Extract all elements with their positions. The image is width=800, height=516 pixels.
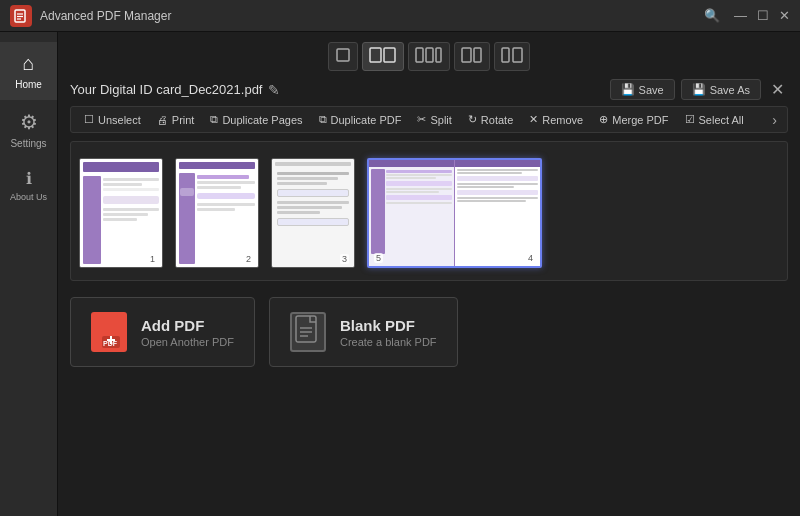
svg-rect-4 bbox=[337, 49, 349, 61]
view-btn-3[interactable] bbox=[408, 42, 450, 71]
view-btn-5[interactable] bbox=[494, 42, 530, 71]
svg-rect-7 bbox=[416, 48, 423, 62]
remove-button[interactable]: ✕ Remove bbox=[522, 110, 590, 129]
page-2-num: 2 bbox=[244, 254, 253, 264]
pages-area: 1 bbox=[70, 141, 788, 281]
sidebar-item-settings[interactable]: ⚙ Settings bbox=[0, 100, 57, 159]
page-1-num: 1 bbox=[148, 254, 157, 264]
unselect-button[interactable]: ☐ Unselect bbox=[77, 110, 148, 129]
unselect-icon: ☐ bbox=[84, 113, 94, 126]
sidebar: ⌂ Home ⚙ Settings ℹ About Us bbox=[0, 32, 58, 516]
settings-icon: ⚙ bbox=[20, 110, 38, 134]
page-4-num: 4 bbox=[526, 253, 535, 263]
remove-label: Remove bbox=[542, 114, 583, 126]
view-btn-2[interactable] bbox=[362, 42, 404, 71]
page-spread-preview: 5 4 bbox=[367, 158, 542, 268]
file-edit-icon[interactable]: ✎ bbox=[268, 82, 280, 98]
file-header: Your Digital ID card_Dec2021.pdf ✎ 💾 Sav… bbox=[70, 79, 788, 100]
minimize-icon[interactable]: — bbox=[734, 8, 747, 23]
add-pdf-icon: PDF bbox=[91, 312, 127, 352]
sidebar-item-about[interactable]: ℹ About Us bbox=[0, 159, 57, 213]
toolbar-more-button[interactable]: › bbox=[768, 112, 781, 128]
save-icon: 💾 bbox=[621, 83, 635, 96]
svg-rect-6 bbox=[384, 48, 395, 62]
duplicate-pages-label: Duplicate Pages bbox=[222, 114, 302, 126]
duplicate-pdf-icon: ⧉ bbox=[319, 113, 327, 126]
merge-icon: ⊕ bbox=[599, 113, 608, 126]
toolbar: ☐ Unselect 🖨 Print ⧉ Duplicate Pages ⧉ D… bbox=[70, 106, 788, 133]
save-button[interactable]: 💾 Save bbox=[610, 79, 675, 100]
blank-pdf-title: Blank PDF bbox=[340, 317, 437, 334]
select-all-icon: ☑ bbox=[685, 113, 695, 126]
app-icon bbox=[10, 5, 32, 27]
add-pdf-subtitle: Open Another PDF bbox=[141, 336, 234, 348]
file-name-text: Your Digital ID card_Dec2021.pdf bbox=[70, 82, 262, 97]
svg-rect-10 bbox=[462, 48, 471, 62]
blank-pdf-subtitle: Create a blank PDF bbox=[340, 336, 437, 348]
about-icon: ℹ bbox=[26, 169, 32, 188]
split-icon: ✂ bbox=[417, 113, 426, 126]
bottom-actions: PDF Add PDF Open Another PDF bbox=[70, 281, 788, 377]
blank-pdf-icon bbox=[290, 312, 326, 352]
page-5-num: 5 bbox=[374, 253, 383, 263]
svg-rect-11 bbox=[474, 48, 481, 62]
add-pdf-title: Add PDF bbox=[141, 317, 234, 334]
save-as-button[interactable]: 💾 Save As bbox=[681, 79, 761, 100]
page-1-preview: 1 bbox=[79, 158, 163, 268]
search-icon[interactable]: 🔍 bbox=[704, 8, 720, 23]
svg-rect-9 bbox=[436, 48, 441, 62]
page-2-preview: 2 bbox=[175, 158, 259, 268]
remove-icon: ✕ bbox=[529, 113, 538, 126]
select-all-button[interactable]: ☑ Select All bbox=[678, 110, 751, 129]
page-3-preview: 3 bbox=[271, 158, 355, 268]
sidebar-item-about-label: About Us bbox=[10, 192, 47, 203]
file-actions: 💾 Save 💾 Save As ✕ bbox=[610, 79, 788, 100]
file-close-button[interactable]: ✕ bbox=[767, 80, 788, 99]
sidebar-item-home[interactable]: ⌂ Home bbox=[0, 42, 57, 100]
blank-pdf-card[interactable]: Blank PDF Create a blank PDF bbox=[269, 297, 458, 367]
view-switcher bbox=[70, 42, 788, 71]
split-label: Split bbox=[430, 114, 451, 126]
titlebar: Advanced PDF Manager 🔍 — ☐ ✕ bbox=[0, 0, 800, 32]
view-btn-4[interactable] bbox=[454, 42, 490, 71]
duplicate-pages-button[interactable]: ⧉ Duplicate Pages bbox=[203, 110, 309, 129]
sidebar-item-settings-label: Settings bbox=[10, 138, 46, 149]
print-button[interactable]: 🖨 Print bbox=[150, 111, 202, 129]
view-btn-1[interactable] bbox=[328, 42, 358, 71]
home-icon: ⌂ bbox=[22, 52, 34, 75]
main-content: Your Digital ID card_Dec2021.pdf ✎ 💾 Sav… bbox=[58, 32, 800, 516]
app-layout: ⌂ Home ⚙ Settings ℹ About Us bbox=[0, 32, 800, 516]
rotate-button[interactable]: ↻ Rotate bbox=[461, 110, 520, 129]
blank-pdf-text: Blank PDF Create a blank PDF bbox=[340, 317, 437, 348]
add-pdf-card[interactable]: PDF Add PDF Open Another PDF bbox=[70, 297, 255, 367]
print-icon: 🖨 bbox=[157, 114, 168, 126]
svg-rect-8 bbox=[426, 48, 433, 62]
merge-label: Merge PDF bbox=[612, 114, 668, 126]
duplicate-pages-icon: ⧉ bbox=[210, 113, 218, 126]
page-thumb-3[interactable]: 3 bbox=[271, 158, 355, 268]
save-label: Save bbox=[639, 84, 664, 96]
rotate-icon: ↻ bbox=[468, 113, 477, 126]
rotate-label: Rotate bbox=[481, 114, 513, 126]
window-controls: 🔍 — ☐ ✕ bbox=[704, 8, 790, 23]
svg-rect-5 bbox=[370, 48, 381, 62]
add-pdf-text: Add PDF Open Another PDF bbox=[141, 317, 234, 348]
close-icon[interactable]: ✕ bbox=[779, 8, 790, 23]
svg-rect-19 bbox=[296, 316, 316, 342]
save-as-label: Save As bbox=[710, 84, 750, 96]
maximize-icon[interactable]: ☐ bbox=[757, 8, 769, 23]
print-label: Print bbox=[172, 114, 195, 126]
unselect-label: Unselect bbox=[98, 114, 141, 126]
page-thumb-1[interactable]: 1 bbox=[79, 158, 163, 268]
svg-rect-12 bbox=[502, 48, 509, 62]
svg-rect-13 bbox=[513, 48, 522, 62]
page-thumb-2[interactable]: 2 bbox=[175, 158, 259, 268]
split-button[interactable]: ✂ Split bbox=[410, 110, 458, 129]
merge-pdf-button[interactable]: ⊕ Merge PDF bbox=[592, 110, 675, 129]
duplicate-pdf-label: Duplicate PDF bbox=[331, 114, 402, 126]
duplicate-pdf-button[interactable]: ⧉ Duplicate PDF bbox=[312, 110, 409, 129]
save-as-icon: 💾 bbox=[692, 83, 706, 96]
page-thumb-spread[interactable]: 5 4 bbox=[367, 158, 542, 268]
select-all-label: Select All bbox=[699, 114, 744, 126]
app-title: Advanced PDF Manager bbox=[40, 9, 704, 23]
